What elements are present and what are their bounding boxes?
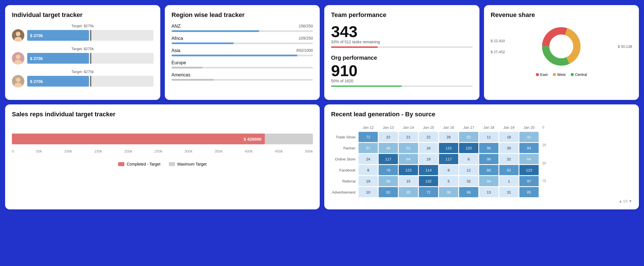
heatmap-cell: 88 — [459, 187, 478, 197]
heatmap-cell: 38 — [439, 187, 458, 197]
region-name-anz: ANZ — [172, 24, 181, 29]
heatmap-container: Jan 12 Jan 13 Jan 14 Jan 15 Jan 16 Jan 1… — [331, 123, 539, 198]
heatmap-cell: 98 — [479, 154, 498, 164]
heatmap-cell: 41 — [519, 132, 539, 142]
sales-tracker-card: Sales reps individual target tracker $ 4… — [5, 104, 320, 209]
heatmap-cell: 18 — [499, 132, 519, 142]
region-value-asia: 892/1000 — [297, 48, 313, 53]
avatar-2 — [12, 52, 24, 65]
heatmap-cell: 64 — [399, 154, 418, 164]
team-sub: 33% of 512 tasks remaining — [331, 40, 473, 44]
heatmap-cell: 96 — [479, 143, 498, 153]
region-tracker-title: Region wise lead tracker — [172, 11, 313, 19]
heatmap-cell: 123 — [399, 165, 418, 175]
heatmap-cell: 8 — [359, 165, 378, 175]
revenue-label-22410: $ 22,410 — [491, 39, 505, 43]
heatmap-cell: 19 — [359, 176, 378, 186]
heatmap-cell: 114 — [419, 165, 438, 175]
legend-central: Central — [571, 72, 587, 77]
col-jan15: Jan 15 — [419, 124, 438, 131]
heatmap-table: Jan 12 Jan 13 Jan 14 Jan 15 Jan 16 Jan 1… — [331, 123, 539, 198]
target-marker-2 — [90, 53, 91, 64]
heatmap-cell: 117 — [439, 154, 458, 164]
region-item-asia: Asia 892/1000 — [172, 48, 313, 56]
revenue-share-card: Revenue share $ 22,410 $ 27,452 $ 50,138 — [484, 5, 639, 100]
region-bar-asia — [172, 55, 298, 56]
heatmap-cell: 16 — [419, 143, 438, 153]
region-name-africa: Africa — [172, 36, 183, 41]
col-header-empty — [332, 124, 358, 131]
region-name-asia: Asia — [172, 48, 180, 53]
maximum-label: Maximum Target — [177, 162, 206, 166]
region-item-africa: Africa 109/250 — [172, 36, 313, 44]
completed-rect — [118, 162, 124, 166]
west-dot — [553, 73, 556, 76]
region-name-europe: Europe — [172, 60, 186, 65]
team-bar — [331, 46, 378, 48]
row-label: Trade Show — [332, 132, 358, 142]
heatmap-cell: 48 — [379, 143, 398, 153]
heatmap-cell: 22 — [379, 132, 398, 142]
revenue-legend: East West Central — [491, 72, 632, 77]
heatmap-cell: 78 — [379, 165, 398, 175]
heatmap-cell: 52 — [399, 143, 418, 153]
heatmap-cell: 5 — [439, 176, 458, 186]
row-label: Partner — [332, 143, 358, 153]
bar-value-1: $ 270k — [27, 33, 43, 38]
svg-point-4 — [16, 55, 20, 59]
col-jan17: Jan 17 — [459, 124, 478, 131]
sales-bar-chart: $ 420000 0 50k 100k 150k 200k 250k 300k … — [12, 123, 313, 156]
dashboard: Individual target tracker Target: $275k … — [5, 5, 639, 209]
heatmap-cell: 58 — [379, 176, 398, 186]
org-performance-title: Org performance — [331, 55, 473, 61]
heatmap-cell: 85 — [519, 187, 539, 197]
lead-generation-title: Recent lead generation - By source — [331, 111, 632, 118]
east-label: East — [540, 72, 548, 77]
heatmap-cell: 32 — [459, 176, 478, 186]
table-row: Facebook8781231148128882123 — [332, 165, 539, 175]
svg-point-12 — [549, 35, 573, 58]
region-name-americas: Americas — [172, 72, 191, 78]
tracker-label-3: Target: $275k — [12, 70, 153, 74]
heatmap-cell: 88 — [479, 165, 498, 175]
avatar-1 — [12, 29, 24, 42]
table-row: Referral19581513253244197 — [332, 176, 539, 186]
right-axis: 0 25 50 75 — [539, 123, 546, 185]
table-row: Partner67485216115120963084 — [332, 143, 539, 153]
heatmap-cell: 50 — [459, 132, 478, 142]
heatmap-cell: 22 — [419, 132, 438, 142]
revenue-share-title: Revenue share — [491, 11, 632, 19]
col-jan16: Jan 16 — [439, 124, 458, 131]
completed-label: Completed - Target — [127, 162, 160, 166]
revenue-labels-left: $ 22,410 $ 27,452 — [491, 39, 505, 54]
heatmap-cell: 8 — [439, 165, 458, 175]
west-label: West — [557, 72, 566, 77]
individual-tracker-title: Individual target tracker — [12, 11, 153, 19]
heatmap-cell: 82 — [499, 165, 519, 175]
heatmap-cell: 31 — [499, 187, 519, 197]
heatmap-cell: 72 — [419, 187, 438, 197]
revenue-label-50138: $ 50,138 — [618, 44, 632, 49]
svg-point-7 — [16, 78, 20, 82]
maximum-rect — [169, 162, 175, 166]
heatmap-cell: 72 — [359, 132, 378, 142]
region-value-anz: 156/250 — [298, 24, 313, 29]
heatmap-cell: 1 — [499, 176, 519, 186]
heatmap-cell: 30 — [499, 143, 519, 153]
svg-point-1 — [16, 32, 20, 36]
bar-fill-2: $ 270k — [27, 53, 89, 64]
heatmap-cell: 13 — [479, 187, 498, 197]
tracker-label-1: Target: $275k — [12, 24, 153, 28]
heatmap-cell: 120 — [459, 143, 478, 153]
region-tracker-card: Region wise lead tracker ANZ 156/250 Afr… — [165, 5, 320, 100]
heatmap-cell: 15 — [399, 176, 418, 186]
central-label: Central — [575, 72, 587, 77]
table-row: Trade Show722221222850111841 — [332, 132, 539, 142]
bar-value-2: $ 270k — [27, 56, 43, 61]
region-value-africa: 109/250 — [298, 36, 313, 41]
bar-fill-3: $ 270k — [27, 76, 89, 87]
heatmap-cell: 28 — [439, 132, 458, 142]
individual-target-tracker-card: Individual target tracker Target: $275k … — [5, 5, 160, 100]
heatmap-cell: 21 — [399, 132, 418, 142]
legend-west: West — [553, 72, 566, 77]
